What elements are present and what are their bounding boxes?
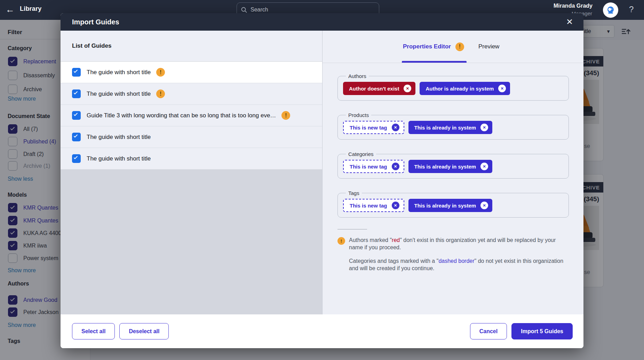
chip-new-tag[interactable]: This is new tag ✕: [343, 199, 404, 212]
modal-footer: Select all Deselect all Cancel Import 5 …: [61, 314, 583, 348]
authors-group: Authors Author doesn't exist ✕ Author is…: [337, 73, 569, 101]
guide-row[interactable]: The guide with short title: [61, 148, 322, 170]
guide-row[interactable]: The guide with short title !: [61, 83, 322, 105]
import-guides-modal: Import Guides ✕ List of Guides The guide…: [61, 13, 583, 348]
checkbox-checked-icon[interactable]: [72, 89, 81, 98]
red-highlight: red: [392, 237, 400, 243]
properties-panel: Properties Editor ! Preview Authors Auth…: [323, 31, 583, 314]
chip-existing-tag[interactable]: This is already in system ✕: [408, 199, 493, 212]
remove-chip-icon[interactable]: ✕: [392, 163, 399, 170]
back-arrow-icon[interactable]: ←: [6, 4, 15, 15]
app-root: Title ▼ ARCHIVE (345) se: [0, 0, 644, 360]
group-label: Authors: [346, 73, 369, 79]
info-note: ! Authors marked "red" don't exist in th…: [337, 236, 569, 272]
cancel-button[interactable]: Cancel: [470, 323, 507, 339]
search-input[interactable]: [251, 7, 355, 13]
empty-list-area: [61, 170, 322, 314]
dashed-border-highlight: dashed border: [438, 258, 474, 264]
warning-icon: !: [281, 111, 290, 120]
search-icon: [241, 7, 247, 13]
warning-icon: !: [337, 237, 345, 245]
modal-title: Import Guides: [72, 18, 119, 26]
modal-header: Import Guides ✕: [61, 13, 583, 31]
close-icon[interactable]: ✕: [566, 18, 573, 26]
checkbox-checked-icon[interactable]: [72, 154, 81, 163]
help-icon[interactable]: ?: [629, 5, 634, 14]
products-group: Products This is new tag ✕ This is alrea…: [337, 112, 569, 140]
properties-editor-content: Authors Author doesn't exist ✕ Author is…: [323, 63, 583, 272]
select-all-button[interactable]: Select all: [72, 323, 115, 339]
chip-new-tag[interactable]: This is new tag ✕: [343, 121, 404, 134]
warning-icon: !: [455, 42, 464, 51]
chip-new-tag[interactable]: This is new tag ✕: [343, 160, 404, 173]
user-avatar[interactable]: [603, 2, 618, 18]
checkbox-checked-icon[interactable]: [72, 68, 81, 77]
chip-author-existing[interactable]: Author is already in system ✕: [420, 82, 510, 95]
categories-group: Categories This is new tag ✕ This is alr…: [337, 151, 569, 179]
checkbox-checked-icon[interactable]: [72, 133, 81, 141]
group-label: Tags: [346, 190, 362, 196]
guide-row[interactable]: The guide with short title !: [61, 62, 322, 83]
tab-preview[interactable]: Preview: [478, 43, 499, 50]
warning-icon: !: [156, 68, 165, 77]
tags-group: Tags This is new tag ✕ This is already i…: [337, 190, 569, 218]
import-guides-button[interactable]: Import 5 Guides: [511, 323, 573, 339]
astronaut-helmet-icon: [606, 6, 615, 15]
guides-list-header: List of Guides: [61, 31, 322, 62]
chip-existing-tag[interactable]: This is already in system ✕: [408, 121, 493, 134]
page-title: Library: [20, 5, 41, 13]
deselect-all-button[interactable]: Deselect all: [119, 323, 169, 339]
remove-chip-icon[interactable]: ✕: [480, 124, 488, 131]
guides-list-panel: List of Guides The guide with short titl…: [61, 31, 323, 314]
tab-properties-editor[interactable]: Properties Editor !: [403, 42, 464, 51]
checkbox-checked-icon[interactable]: [72, 111, 81, 120]
guide-row[interactable]: Guide Title 3 with long wording that can…: [61, 105, 322, 126]
tab-bar: Properties Editor ! Preview: [323, 31, 583, 63]
divider: [337, 229, 367, 229]
remove-chip-icon[interactable]: ✕: [392, 124, 399, 131]
guide-row[interactable]: The guide with short title: [61, 126, 322, 148]
note-dashed: Categories and tags marked with a "dashe…: [349, 257, 569, 272]
remove-chip-icon[interactable]: ✕: [480, 202, 488, 209]
group-label: Categories: [346, 151, 376, 157]
note-authors: Authors marked "red" don't exist in this…: [349, 236, 569, 251]
warning-icon: !: [156, 89, 165, 98]
active-tab-underline: [402, 61, 467, 63]
chip-author-missing[interactable]: Author doesn't exist ✕: [343, 82, 415, 95]
remove-chip-icon[interactable]: ✕: [480, 163, 488, 170]
chip-existing-tag[interactable]: This is already in system ✕: [408, 160, 493, 173]
remove-chip-icon[interactable]: ✕: [392, 202, 399, 209]
user-name: Miranda Grady: [554, 3, 593, 9]
remove-chip-icon[interactable]: ✕: [404, 85, 411, 92]
group-label: Products: [346, 112, 371, 118]
remove-chip-icon[interactable]: ✕: [498, 85, 506, 92]
